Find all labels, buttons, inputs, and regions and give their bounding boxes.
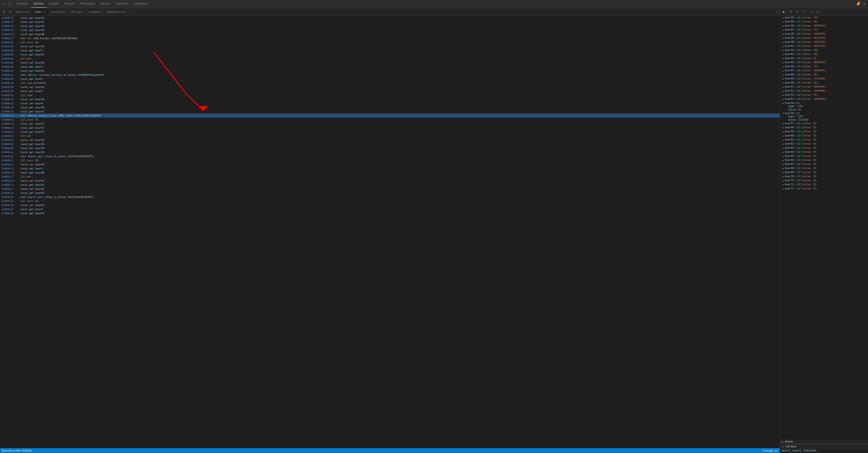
back-icon[interactable]: ← xyxy=(1,1,6,6)
step-over-btn[interactable]: ↯ xyxy=(787,8,794,15)
var-row[interactable]: ▶$var52: i32 {value: 1048440} xyxy=(780,89,868,93)
var-row[interactable]: ▶$var73: i32 {value: 0} xyxy=(780,187,868,191)
var-row[interactable]: ▶$var67: i32 {value: 0} xyxy=(780,162,868,167)
var-row[interactable]: ▶$var64: i32 {value: 0} xyxy=(780,150,868,154)
code-line[interactable]: 0x008cadlocal.set $var57 xyxy=(0,122,780,126)
tab-memory[interactable]: Memory xyxy=(98,0,113,8)
var-row[interactable]: ▶$var59: i32 {value: 0} xyxy=(780,130,868,134)
var-row[interactable]: ▶$var61: i32 {value: 0} xyxy=(780,138,868,142)
var-row[interactable]: ▶$var51: i32 {value: 1048440} xyxy=(780,85,868,89)
tab-application[interactable]: Application xyxy=(113,0,132,8)
code-line[interactable]: 0x008c8flocal.get $var54 xyxy=(0,69,780,73)
code-line[interactable]: 0x008c9di32.load xyxy=(0,93,780,97)
code-line[interactable]: 0x008c7dlocal.get $var48 xyxy=(0,32,780,36)
tab-elements[interactable]: Elements xyxy=(14,0,31,8)
code-line[interactable]: 0x008ca8call $match_twenty::sign::MD5::h… xyxy=(0,114,780,118)
var-row[interactable]: ▶$var62: i32 {value: 0} xyxy=(780,142,868,146)
tab-close-wasm[interactable]: ✕ xyxy=(43,10,46,13)
circle-icon[interactable]: ◯ xyxy=(7,1,12,6)
code-line[interactable]: 0x008c99local.set $var55 xyxy=(0,85,780,89)
code-line[interactable]: 0x008c84local.set $var53 xyxy=(0,44,780,49)
code-line[interactable]: 0x008c88local.get $var53 xyxy=(0,53,780,57)
var-row[interactable]: ▶$var58: i32 {value: 0} xyxy=(780,126,868,130)
var-row[interactable]: ▶$var34: i32 {value: 59} xyxy=(780,16,868,20)
tab-lighthouse[interactable]: Lighthouse xyxy=(132,0,151,8)
code-line[interactable]: 0x008cbalocal.get $var59 xyxy=(0,150,780,154)
resume-btn[interactable]: ▶ xyxy=(781,8,787,15)
code-line[interactable]: 0x008ca2local.set $var0 xyxy=(0,101,780,105)
var-row[interactable]: ▶$var71: i32 {value: 0} xyxy=(780,179,868,183)
tab-network[interactable]: Network xyxy=(61,0,77,8)
var-row[interactable]: ▶$var39: i32 {value: 1051236} xyxy=(780,36,868,40)
var-row[interactable]: ▶$var48: i32 {value: 16} xyxy=(780,73,868,77)
code-line[interactable]: 0x008ccalocal.get $var61 xyxy=(0,183,780,187)
code-line[interactable]: 0x008cbccall $core::ptr::drop_in_place::… xyxy=(0,154,780,158)
code-line[interactable]: 0x008cb6local.get $var58 xyxy=(0,142,780,146)
notification-icon[interactable]: 🔔1 xyxy=(855,1,861,6)
code-line[interactable]: 0x008ca4local.get $var56 xyxy=(0,105,780,110)
code-line[interactable]: 0x008cb4local.set $var58 xyxy=(0,138,780,142)
code-line[interactable]: 0x008c9blocal.get $var5 xyxy=(0,89,780,93)
var-row[interactable]: ▶$var38: i32 {value: 1048456} xyxy=(780,32,868,36)
code-line[interactable]: 0x008cb8local.set $var59 xyxy=(0,146,780,150)
var-row[interactable]: ▶$var49: i32 {value: 1114168} xyxy=(780,77,868,81)
deactivate-btn[interactable]: ✗ xyxy=(815,8,821,15)
call-stack-item[interactable]: $match_twenty::0x01b4e9... xyxy=(780,449,868,453)
var-row[interactable]: ▶$var35: i32 {value: 56} xyxy=(780,20,868,24)
code-line[interactable]: 0x008cd3i32.const 52 xyxy=(0,199,780,203)
code-line[interactable]: 0x008c8ai32.add xyxy=(0,57,780,61)
step-btn[interactable]: → xyxy=(808,8,814,15)
step-out-btn[interactable]: ↰ xyxy=(801,8,807,15)
var-row[interactable]: ▶$var60: i32 {value: 0} xyxy=(780,134,868,138)
code-line[interactable]: 0x008c8dlocal.get $var5 xyxy=(0,65,780,69)
code-line[interactable]: 0x008cb1local.get $var57 xyxy=(0,130,780,134)
file-tab-bootstrap[interactable]: bootstrap.min.css xyxy=(103,8,128,16)
code-line[interactable]: 0x008c7fcall $>::add_assign::ha159ee33c4… xyxy=(0,36,780,40)
var-row[interactable]: ▶$var37: i32 {value: 72} xyxy=(780,28,868,32)
code-line[interactable]: 0x008cd0call $core::ptr::drop_in_place::… xyxy=(0,195,780,199)
code-line[interactable]: 0x008c75local.get $var51 xyxy=(0,16,780,20)
var-row[interactable]: ▶$var57: i32 {value: 0} xyxy=(780,122,868,126)
code-line[interactable]: 0x008cc5local.get $var60 xyxy=(0,171,780,175)
code-line[interactable]: 0x008c7blocal.get $var49 xyxy=(0,28,780,32)
var-row-expanded[interactable]: ▼$var55: i32type: "i32"value: 31 xyxy=(780,101,868,112)
var-row[interactable]: ▶$var36: i32 {value: 1048440} xyxy=(780,24,868,28)
var-row[interactable]: ▶$var72: i32 {value: 0} xyxy=(780,183,868,187)
code-line[interactable]: 0x008c77local.set $var52 xyxy=(0,20,780,24)
var-row[interactable]: ▶$var42: i32 {value: 16} xyxy=(780,49,868,53)
tab-performance[interactable]: Performance xyxy=(77,0,98,8)
var-row[interactable]: ▶$var63: i32 {value: 0} xyxy=(780,146,868,150)
code-line[interactable]: 0x008cd9local.get $var63 xyxy=(0,211,780,215)
step-into-btn[interactable]: ↱ xyxy=(794,8,801,15)
var-row[interactable]: ▶$var43: i32 {value: 16} xyxy=(780,53,868,57)
file-tab-index-bg[interactable]: index_bg.js xyxy=(68,8,86,16)
file-tab-encoding[interactable]: encoding.js xyxy=(86,8,103,16)
module-section-header[interactable]: ▶ Module xyxy=(780,439,868,444)
variables-panel[interactable]: ▶$var34: i32 {value: 59}▶$var35: i32 {va… xyxy=(780,16,868,439)
code-line[interactable]: 0x008cd5local.set $var63 xyxy=(0,203,780,207)
var-row[interactable]: ▶$var44: i32 {value: 8} xyxy=(780,57,868,61)
code-line[interactable]: 0x008c79local.get $var52 xyxy=(0,24,780,28)
var-row[interactable]: ▶$var40: i32 {value: 1051236} xyxy=(780,40,868,44)
code-line[interactable]: 0x008ca0local.set $var56 xyxy=(0,97,780,101)
var-row[interactable]: ▶$var53: i32 {value: 56} xyxy=(780,93,868,97)
var-row[interactable]: ▶$var41: i32 {value: 1051236} xyxy=(780,44,868,49)
var-row[interactable]: ▶$var69: i32 {value: 0} xyxy=(780,171,868,175)
code-line[interactable]: 0x008cd7local.get $var5 xyxy=(0,207,780,211)
code-line[interactable]: 0x008cc8local.set $var61 xyxy=(0,179,780,183)
var-row[interactable]: ▶$var47: i32 {value: 1048456} xyxy=(780,69,868,73)
tab-sources[interactable]: Sources xyxy=(31,0,46,8)
code-line[interactable]: 0x008c86local.get $var5 xyxy=(0,49,780,53)
collapse-tab-icon[interactable]: ⋮ xyxy=(773,8,780,15)
code-line[interactable]: 0x008c96i32.load offset=4 xyxy=(0,81,780,85)
code-line[interactable]: 0x008c91call $alloc::string::String::as_… xyxy=(0,73,780,77)
var-row[interactable]: ▶$var45: i32 {value: 1048392} xyxy=(780,61,868,65)
code-line[interactable]: 0x008caflocal.get $var57 xyxy=(0,126,780,130)
code-line[interactable]: 0x008ccclocal.set $var62 xyxy=(0,187,780,191)
var-row[interactable]: ▶$var70: i32 {value: 0} xyxy=(780,175,868,179)
code-line[interactable]: 0x008c94local.get $var5 xyxy=(0,77,780,81)
code-line[interactable]: 0x008ca6local.get $var55 xyxy=(0,110,780,114)
var-row[interactable]: ▶$var68: i32 {value: 0} xyxy=(780,167,868,171)
var-row[interactable]: ▶$var54: i32 {value: 1048440} xyxy=(780,97,868,101)
var-row-expanded[interactable]: ▼$var56: i32type: "i32"value: 1114192 xyxy=(780,112,868,122)
